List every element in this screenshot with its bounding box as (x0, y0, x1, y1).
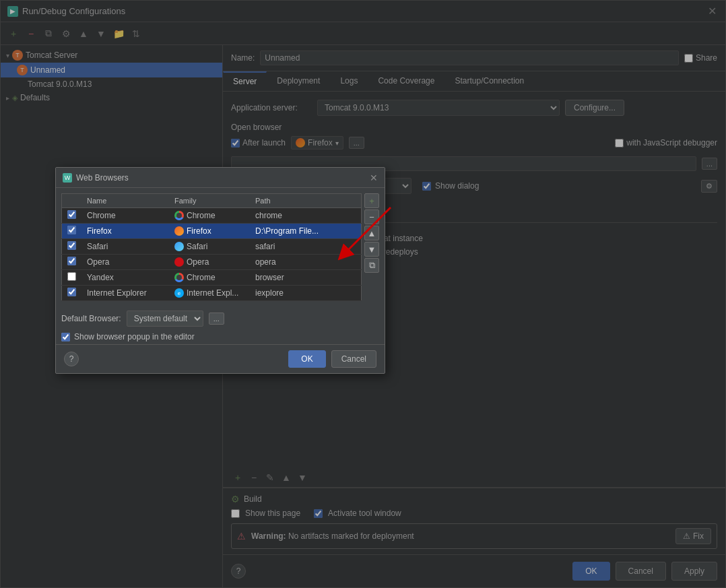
ie-path-cell: iexplore (250, 286, 362, 301)
safari-path-cell: safari (250, 239, 362, 255)
firefox-path-cell: D:\Program File... (250, 224, 362, 239)
firefox-family-cell: Firefox (169, 224, 250, 239)
browser-table: Name Family Path Chrome (61, 193, 362, 301)
ie-family-icon: e (174, 288, 184, 298)
opera-family-icon (174, 257, 184, 267)
dialog-title-icon: W (63, 173, 72, 183)
chrome-checkbox[interactable] (67, 210, 76, 219)
browser-table-wrapper: Name Family Path Chrome (56, 188, 385, 306)
ie-check-cell[interactable] (62, 286, 82, 301)
show-popup-row: Show browser popup in the editor (56, 327, 385, 344)
opera-family-cell: Opera (169, 255, 250, 270)
firefox-checkbox[interactable] (67, 226, 76, 234)
opera-check-cell[interactable] (62, 255, 82, 270)
yandex-check-cell[interactable] (62, 270, 82, 286)
yandex-checkbox[interactable] (67, 272, 76, 281)
browser-table-container: Name Family Path Chrome (61, 193, 362, 301)
browser-row-safari[interactable]: Safari Safari safari (62, 239, 362, 255)
dialog-cancel-button[interactable]: Cancel (331, 350, 376, 368)
table-copy-button[interactable]: ⧉ (364, 258, 379, 273)
browser-row-yandex[interactable]: Yandex Chrome browser (62, 270, 362, 286)
table-down-button[interactable]: ▼ (364, 242, 379, 257)
default-browser-row: Default Browser: System default ... (56, 306, 385, 327)
yandex-family-icon (174, 273, 184, 282)
dialog-title-bar: W Web Browsers ✕ (56, 168, 385, 188)
dialog-help-button[interactable]: ? (64, 352, 79, 366)
yandex-name-cell: Yandex (81, 270, 169, 286)
yandex-path-cell: browser (250, 270, 362, 286)
default-browser-select[interactable]: System default (127, 311, 203, 327)
opera-path-cell: opera (250, 255, 362, 270)
show-popup-label: Show browser popup in the editor (74, 332, 195, 341)
web-browsers-dialog: W Web Browsers ✕ Name Family Path (55, 167, 385, 374)
opera-checkbox[interactable] (67, 257, 76, 265)
safari-family-cell: Safari (169, 239, 250, 255)
dialog-title-left: W Web Browsers (63, 173, 129, 183)
browser-row-opera[interactable]: Opera Opera opera (62, 255, 362, 270)
col-check (62, 194, 82, 208)
table-remove-button[interactable]: − (364, 209, 379, 224)
safari-name-cell: Safari (81, 239, 169, 255)
ie-checkbox[interactable] (67, 288, 76, 296)
firefox-name-cell: Firefox (81, 224, 169, 239)
browser-row-firefox[interactable]: Firefox Firefox D:\Program File... (62, 224, 362, 239)
table-up-button[interactable]: ▲ (364, 226, 379, 240)
opera-name-cell: Opera (81, 255, 169, 270)
chrome-path-cell: chrome (250, 208, 362, 224)
chrome-family-icon (174, 211, 184, 220)
table-side-controls: + − ▲ ▼ ⧉ (364, 193, 379, 301)
default-browser-label: Default Browser: (61, 314, 121, 323)
safari-checkbox[interactable] (67, 241, 76, 250)
yandex-family-cell: Chrome (169, 270, 250, 286)
table-with-controls: Name Family Path Chrome (61, 193, 379, 301)
dialog-title-text: Web Browsers (76, 173, 129, 183)
chrome-name-cell: Chrome (81, 208, 169, 224)
show-popup-checkbox[interactable] (61, 333, 70, 341)
dialog-footer: ? OK Cancel (56, 344, 385, 373)
col-family[interactable]: Family (169, 194, 250, 208)
table-add-button[interactable]: + (364, 193, 379, 208)
chrome-check-cell[interactable] (62, 208, 82, 224)
firefox-family-icon (174, 226, 184, 236)
safari-family-icon (174, 242, 184, 251)
firefox-check-cell[interactable] (62, 224, 82, 239)
browser-row-ie[interactable]: Internet Explorer e Internet Expl... iex… (62, 286, 362, 301)
safari-check-cell[interactable] (62, 239, 82, 255)
browser-table-scroll[interactable]: Name Family Path Chrome (61, 193, 362, 301)
col-name[interactable]: Name (81, 194, 169, 208)
dialog-close-button[interactable]: ✕ (370, 172, 378, 183)
ie-family-cell: e Internet Expl... (169, 286, 250, 301)
ie-name-cell: Internet Explorer (81, 286, 169, 301)
dialog-ok-button[interactable]: OK (288, 350, 325, 368)
col-path[interactable]: Path (250, 194, 362, 208)
chrome-family-cell: Chrome (169, 208, 250, 224)
browser-row-chrome[interactable]: Chrome Chrome chrome (62, 208, 362, 224)
default-browser-ellipsis-button[interactable]: ... (209, 313, 224, 325)
